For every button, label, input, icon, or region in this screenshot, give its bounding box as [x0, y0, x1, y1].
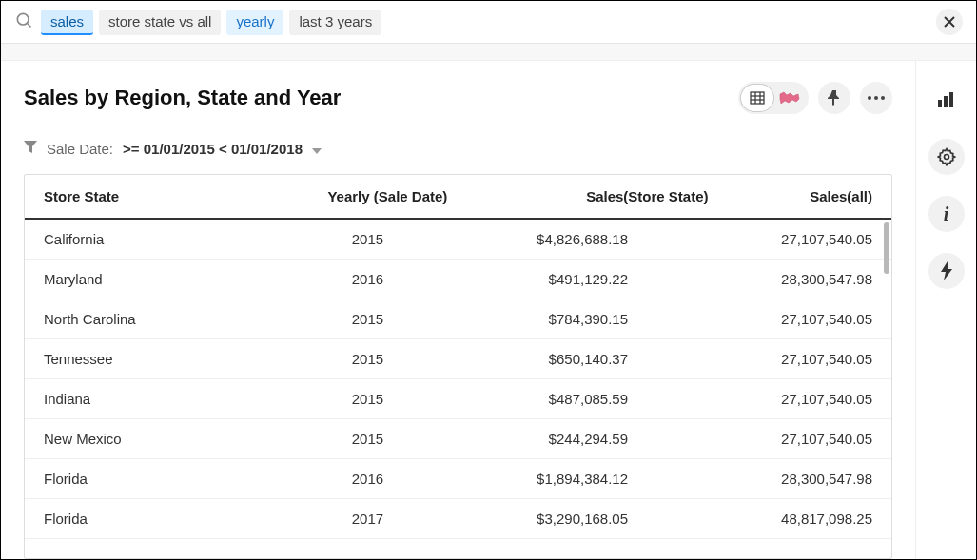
table-cell: $491,129.22	[402, 260, 647, 299]
table-cell: 2015	[270, 339, 402, 379]
filter-value: >= 01/01/2015 < 01/01/2018	[123, 141, 303, 157]
svg-point-11	[881, 96, 885, 100]
pin-icon	[828, 90, 841, 106]
scrollbar[interactable]	[884, 222, 889, 274]
search-token[interactable]: sales	[41, 10, 93, 35]
pin-button[interactable]	[818, 82, 850, 114]
table-cell: $244,294.59	[402, 419, 647, 459]
table-cell: 27,107,540.05	[647, 299, 891, 339]
bar-chart-icon	[938, 92, 955, 107]
table-view-button[interactable]	[741, 85, 773, 111]
settings-button[interactable]	[928, 139, 965, 175]
table-cell: Florida	[25, 459, 270, 499]
table-cell: Florida	[25, 499, 270, 539]
table-cell: 48,817,098.25	[647, 499, 891, 539]
map-view-button[interactable]	[773, 85, 806, 111]
table-row[interactable]: Tennessee2015$650,140.3727,107,540.05	[25, 339, 891, 379]
column-header[interactable]: Sales(Store State)	[466, 175, 727, 219]
table-cell: 28,300,547.98	[647, 260, 891, 299]
table-row[interactable]: Maryland2016$491,129.2228,300,547.98	[25, 260, 891, 299]
column-header[interactable]: Sales(all)	[728, 175, 891, 219]
table-cell: 27,107,540.05	[647, 419, 891, 459]
column-header[interactable]: Yearly (Sale Date)	[209, 175, 466, 219]
search-bar: salesstore state vs allyearlylast 3 year…	[1, 1, 976, 44]
table-cell: $4,826,688.18	[402, 220, 647, 260]
svg-point-10	[874, 96, 878, 100]
filter-bar[interactable]: Sale Date: >= 01/01/2015 < 01/01/2018	[24, 141, 892, 157]
table-cell: $784,390.15	[402, 299, 647, 339]
svg-point-0	[17, 13, 29, 25]
info-icon: i	[944, 203, 949, 225]
search-token[interactable]: store state vs all	[99, 10, 221, 35]
actions-button[interactable]	[928, 253, 965, 289]
table-row[interactable]: Florida2016$1,894,384.1228,300,547.98	[25, 459, 891, 499]
more-button[interactable]	[860, 82, 892, 114]
chevron-down-icon	[312, 141, 322, 157]
table-cell: 2015	[270, 220, 402, 260]
table-cell: 27,107,540.05	[647, 379, 891, 419]
table-cell: 2015	[270, 419, 402, 459]
divider-strip	[1, 44, 976, 61]
table-cell: North Carolina	[25, 299, 270, 339]
table-cell: 28,300,547.98	[647, 459, 891, 499]
svg-line-1	[28, 24, 31, 28]
data-table: Store StateYearly (Sale Date)Sales(Store…	[24, 174, 892, 559]
table-row[interactable]: Florida2017$3,290,168.0548,817,098.25	[25, 499, 891, 539]
table-cell: Indiana	[25, 379, 270, 419]
svg-rect-4	[751, 92, 764, 104]
lightning-icon	[941, 261, 952, 280]
filter-icon	[24, 141, 37, 157]
svg-point-15	[944, 155, 948, 160]
search-icon	[14, 10, 33, 33]
view-toggle	[738, 82, 809, 114]
right-rail: i	[915, 61, 976, 559]
table-cell: New Mexico	[25, 419, 270, 459]
table-cell: 2016	[270, 459, 402, 499]
info-button[interactable]: i	[928, 196, 965, 232]
page-title: Sales by Region, State and Year	[24, 86, 341, 110]
search-token[interactable]: yearly	[226, 10, 283, 35]
table-cell: $650,140.37	[402, 339, 647, 379]
table-cell: 2015	[270, 379, 402, 419]
table-cell: 2016	[270, 260, 402, 299]
svg-point-9	[868, 96, 871, 100]
map-icon	[779, 91, 800, 105]
svg-rect-13	[944, 96, 948, 107]
table-cell: $1,894,384.12	[402, 459, 647, 499]
search-tokens: salesstore state vs allyearlylast 3 year…	[41, 10, 381, 35]
svg-rect-14	[949, 92, 953, 107]
close-icon	[944, 16, 955, 28]
table-cell: 27,107,540.05	[647, 339, 891, 379]
table-cell: Maryland	[25, 260, 270, 299]
table-icon	[750, 90, 765, 106]
table-cell: 2017	[270, 499, 402, 539]
table-cell: California	[25, 220, 270, 260]
more-icon	[868, 96, 885, 100]
table-cell: $487,085.59	[402, 379, 647, 419]
column-header[interactable]: Store State	[25, 175, 209, 219]
gear-icon	[937, 147, 956, 166]
table-cell: 2015	[270, 299, 402, 339]
table-row[interactable]: New Mexico2015$244,294.5927,107,540.05	[25, 419, 891, 459]
table-cell: $3,290,168.05	[402, 499, 647, 539]
table-row[interactable]: Indiana2015$487,085.5927,107,540.05	[25, 379, 891, 419]
clear-search-button[interactable]	[936, 9, 963, 35]
filter-label: Sale Date:	[47, 141, 113, 157]
table-cell: 27,107,540.05	[647, 220, 891, 260]
svg-rect-12	[938, 100, 942, 107]
table-row[interactable]: North Carolina2015$784,390.1527,107,540.…	[25, 299, 891, 339]
chart-panel-button[interactable]	[928, 82, 965, 118]
search-token[interactable]: last 3 years	[289, 10, 381, 35]
table-cell: Tennessee	[25, 339, 270, 379]
table-row[interactable]: California2015$4,826,688.1827,107,540.05	[25, 220, 891, 260]
